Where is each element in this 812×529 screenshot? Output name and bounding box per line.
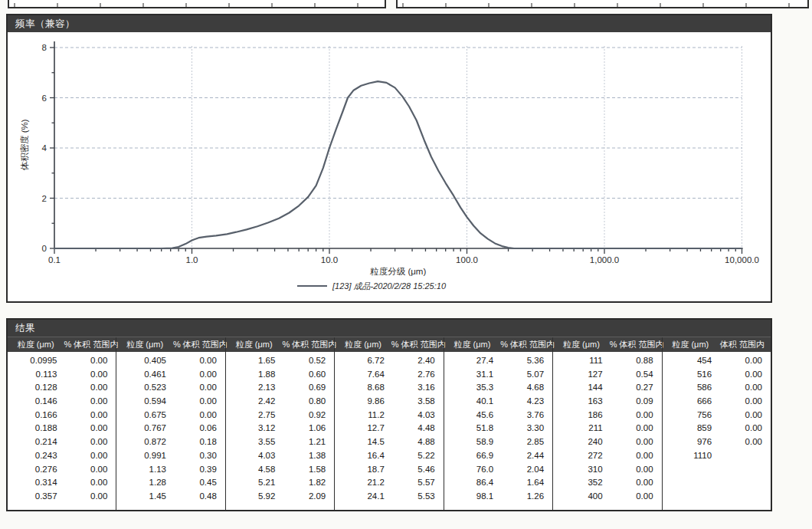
size-cell: 11.2 [335, 409, 391, 422]
size-cell: 163 [553, 395, 610, 409]
pct-cell: 0.00 [64, 409, 116, 422]
results-group-header: 粒度 (μm)% 体积 范围内 [8, 337, 116, 352]
table-row: 1440.27 [553, 381, 661, 395]
size-cell: 35.3 [444, 381, 501, 395]
table-row: 58.92.85 [444, 435, 552, 449]
table-row: 0.9910.30 [116, 449, 224, 463]
table-row: 1270.54 [553, 368, 661, 382]
table-row: 3.121.06 [226, 422, 334, 435]
pct-cell: 0.00 [64, 368, 116, 382]
size-cell: 58.9 [444, 435, 501, 449]
pct-column-header: 体积 范围内 [719, 337, 771, 352]
table-row: 0.3570.00 [8, 490, 116, 504]
pct-cell: 0.60 [282, 368, 334, 382]
pct-cell: 0.52 [282, 354, 334, 368]
y-tick-label: 4 [42, 143, 47, 153]
table-row: 3520.00 [553, 476, 661, 490]
frequency-curve [54, 81, 742, 248]
pct-cell: 0.00 [173, 354, 225, 368]
size-cell: 66.9 [444, 449, 501, 463]
results-group-header: 粒度 (μm)% 体积 范围内 [444, 337, 552, 352]
size-cell: 8.68 [335, 381, 391, 395]
frequency-distribution-chart: 0.11.010.0100.01,000.010,000.002468体积密度 … [8, 32, 771, 301]
table-row: 4.031.38 [226, 449, 334, 463]
pct-cell: 0.00 [173, 395, 225, 409]
table-row: 18.75.46 [335, 463, 443, 477]
size-cell: 12.7 [335, 422, 391, 435]
size-cell: 40.1 [444, 395, 501, 409]
size-cell: 21.2 [335, 476, 391, 490]
table-row: 1.650.52 [226, 354, 334, 368]
pct-cell: 0.69 [282, 381, 334, 395]
pct-cell: 0.00 [719, 409, 771, 422]
table-row: 0.8720.18 [116, 435, 224, 449]
size-column-header: 粒度 (μm) [444, 337, 501, 352]
pct-cell: 0.18 [173, 435, 225, 449]
pct-cell: 0.92 [282, 409, 334, 422]
table-row: 1110.88 [553, 354, 661, 368]
pct-cell: 0.09 [610, 395, 662, 409]
size-cell: 16.4 [335, 449, 391, 463]
axis-tick-marks [14, 3, 380, 7]
size-cell: 98.1 [444, 490, 501, 504]
table-row: 4.581.58 [226, 463, 334, 477]
pct-cell: 0.00 [64, 422, 116, 435]
table-row: 0.2140.00 [8, 435, 116, 449]
size-cell: 1.28 [116, 476, 173, 490]
table-row: 0.2760.00 [8, 463, 116, 477]
size-cell: 586 [663, 381, 719, 395]
results-group-header: 粒度 (μm)体积 范围内 [662, 337, 771, 352]
size-column-header: 粒度 (μm) [335, 337, 391, 352]
size-cell: 27.4 [444, 354, 501, 368]
table-row: 16.45.22 [335, 449, 443, 463]
y-tick-label: 0 [42, 244, 47, 253]
size-cell: 400 [553, 490, 610, 504]
size-cell: 756 [663, 409, 719, 422]
table-row: 0.1280.00 [8, 381, 116, 395]
pct-cell: 2.09 [282, 490, 334, 504]
pct-cell: 0.00 [610, 490, 662, 504]
size-cell: 7.64 [335, 368, 391, 382]
results-table: 0.09950.000.1130.000.1280.000.1460.000.1… [8, 352, 771, 510]
pct-cell: 0.00 [173, 409, 225, 422]
pct-cell: 5.57 [391, 476, 444, 490]
size-cell: 31.1 [444, 368, 501, 382]
pct-cell: 5.07 [500, 368, 552, 382]
pct-cell: 0.00 [610, 422, 662, 435]
table-row: 0.1130.00 [8, 368, 116, 382]
pct-cell: 5.22 [391, 449, 444, 463]
pct-cell: 0.00 [64, 449, 116, 463]
pct-cell: 4.88 [391, 435, 444, 449]
table-row: 86.41.64 [444, 476, 552, 490]
size-cell: 0.128 [8, 381, 64, 395]
table-row: 98.11.26 [444, 490, 552, 504]
table-row: 2400.00 [553, 435, 661, 449]
pct-cell: 4.68 [500, 381, 552, 395]
pct-cell: 0.00 [64, 476, 116, 490]
table-row: 2.420.80 [226, 395, 334, 409]
results-column-group: 1110.881270.541440.271630.091860.002110.… [552, 352, 661, 510]
size-cell: 1.88 [226, 368, 283, 382]
pct-cell: 1.58 [282, 463, 334, 477]
table-row: 1.880.60 [226, 368, 334, 382]
pct-cell: 1.21 [282, 435, 334, 449]
table-row: 24.15.53 [335, 490, 443, 504]
pct-cell: 0.00 [719, 368, 771, 382]
size-column-header: 粒度 (μm) [226, 337, 283, 352]
pct-cell: 4.48 [391, 422, 444, 435]
x-axis-label: 粒度分级 (μm) [369, 267, 426, 276]
table-row: 7560.00 [663, 409, 771, 422]
pct-cell: 1.38 [282, 449, 334, 463]
pct-cell: 0.00 [64, 490, 116, 504]
size-cell: 0.276 [8, 463, 64, 477]
pct-cell: 4.23 [500, 395, 552, 409]
table-row: 5160.00 [663, 368, 771, 382]
table-row: 1860.00 [553, 409, 661, 422]
size-cell: 0.405 [116, 354, 173, 368]
pct-cell: 5.53 [391, 490, 444, 504]
size-cell: 2.42 [226, 395, 283, 409]
table-row: 0.09950.00 [8, 354, 116, 368]
table-row: 4540.00 [663, 354, 771, 368]
table-row: 0.1460.00 [8, 395, 116, 409]
size-cell: 516 [663, 368, 719, 382]
